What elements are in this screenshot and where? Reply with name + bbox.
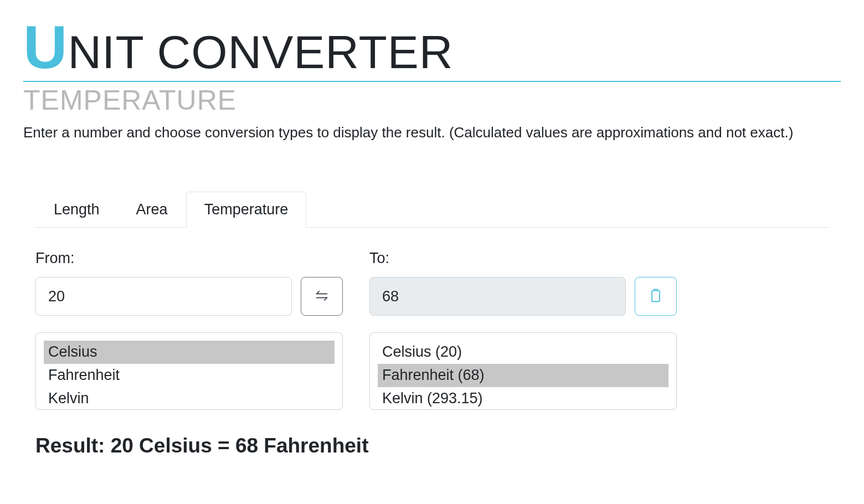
to-column: To: Celsius (20) Fahrenheit (6 — [369, 250, 677, 410]
to-option-kelvin[interactable]: Kelvin (293.15) — [378, 387, 668, 410]
to-input-row — [369, 277, 677, 316]
from-input[interactable] — [35, 277, 292, 316]
tab-length[interactable]: Length — [35, 192, 118, 228]
swap-button[interactable] — [301, 277, 343, 316]
to-label: To: — [369, 250, 677, 267]
to-select[interactable]: Celsius (20) Fahrenheit (68) Kelvin (293… — [369, 332, 677, 410]
to-output — [369, 277, 626, 316]
from-option-celsius[interactable]: Celsius — [44, 341, 335, 364]
converter-row: From: — [35, 250, 829, 410]
title-first-letter: U — [23, 13, 68, 81]
title-rest: NIT CONVERTER — [68, 26, 453, 78]
page-title: UNIT CONVERTER — [23, 17, 841, 78]
from-column: From: — [35, 250, 343, 410]
svg-rect-0 — [652, 290, 660, 301]
tab-area[interactable]: Area — [118, 192, 186, 228]
subtitle: TEMPERATURE — [23, 84, 841, 116]
tab-temperature[interactable]: Temperature — [186, 192, 307, 228]
from-option-fahrenheit[interactable]: Fahrenheit — [44, 364, 335, 387]
from-select[interactable]: Celsius Fahrenheit Kelvin — [35, 332, 343, 410]
tabs-bar: Length Area Temperature — [35, 191, 829, 228]
to-option-fahrenheit[interactable]: Fahrenheit (68) — [378, 364, 668, 387]
copy-button[interactable] — [635, 277, 677, 316]
title-divider — [23, 81, 841, 82]
from-option-kelvin[interactable]: Kelvin — [44, 387, 335, 410]
swap-icon — [314, 288, 330, 305]
to-option-celsius[interactable]: Celsius (20) — [378, 341, 668, 364]
result-text: Result: 20 Celsius = 68 Fahrenheit — [35, 434, 829, 457]
from-input-row — [35, 277, 343, 316]
description-text: Enter a number and choose conversion typ… — [23, 124, 841, 141]
from-label: From: — [35, 250, 343, 267]
clipboard-icon — [648, 288, 664, 305]
